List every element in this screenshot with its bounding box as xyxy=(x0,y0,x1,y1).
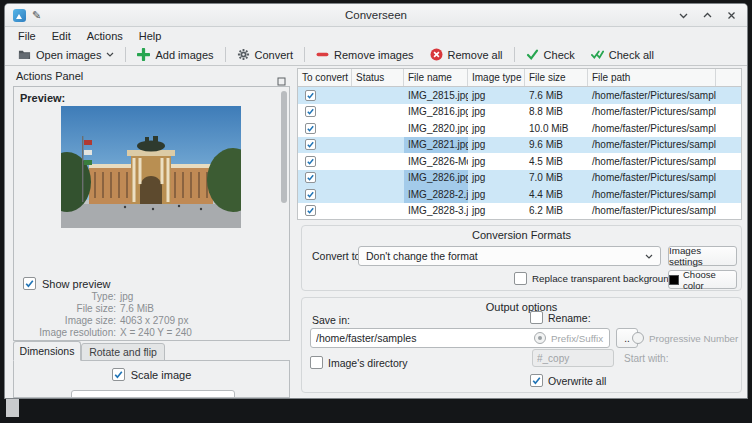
cell-status xyxy=(352,137,404,154)
cell-filler xyxy=(716,104,741,121)
cell-status xyxy=(352,104,404,121)
group-title: Output options xyxy=(302,301,741,313)
info-label: Image resolution: xyxy=(14,327,116,339)
start-with-label: Start with: xyxy=(624,353,668,364)
table-row[interactable]: IMG_2826-Mo...jpg4.5 MiB/home/faster/Pic… xyxy=(298,153,741,170)
row-checkbox[interactable] xyxy=(305,156,316,167)
dimensions-tab-panel: Scale image xyxy=(13,360,290,398)
menu-edit[interactable]: Edit xyxy=(44,29,79,43)
table-row[interactable]: IMG_2820.jpgjpg10.0 MiB/home/faster/Pict… xyxy=(298,120,741,137)
scale-image-checkbox[interactable]: Scale image xyxy=(14,368,289,381)
plus-icon xyxy=(137,48,150,61)
close-icon[interactable] xyxy=(726,10,737,21)
col-filler xyxy=(716,69,741,86)
table-row[interactable]: IMG_2821.jpgjpg9.6 MiB/home/faster/Pictu… xyxy=(298,137,741,154)
check-button[interactable]: Check xyxy=(518,45,583,65)
table-row[interactable]: IMG_2816.jpgjpg8.8 MiB/home/faster/Pictu… xyxy=(298,104,741,121)
cell-file-name: IMG_2821.jpg xyxy=(404,137,468,154)
cell-filler xyxy=(716,137,741,154)
info-value: X = 240 Y = 240 xyxy=(120,327,192,339)
table-row[interactable]: IMG_2828-2.jpgjpg4.4 MiB/home/faster/Pic… xyxy=(298,186,741,203)
image-info: Type:jpgFile size:7.6 MiBImage size:4063… xyxy=(14,291,281,339)
row-checkbox[interactable] xyxy=(305,139,316,150)
table-row[interactable]: IMG_2815.jpgjpg7.6 MiB/home/faster/Pictu… xyxy=(298,87,741,104)
row-checkbox[interactable] xyxy=(305,106,316,117)
tab-rotate-flip[interactable]: Rotate and flip xyxy=(81,343,165,361)
images-directory-checkbox[interactable]: Image's directory xyxy=(310,356,408,369)
show-preview-checkbox[interactable]: Show preview xyxy=(23,277,110,290)
app-icon xyxy=(13,9,26,22)
preview-image xyxy=(61,106,241,228)
menu-actions[interactable]: Actions xyxy=(79,29,131,43)
checkbox-checked xyxy=(23,277,36,290)
preview-label: Preview: xyxy=(20,92,65,104)
col-file-path[interactable]: File path xyxy=(588,69,716,86)
progressive-number-radio[interactable]: Progressive Number xyxy=(632,332,738,344)
save-in-label: Save in: xyxy=(312,314,350,326)
cell-file-size: 8.8 MiB xyxy=(525,104,588,121)
row-checkbox[interactable] xyxy=(305,123,316,134)
titlebar[interactable]: ✎ Converseen xyxy=(5,4,747,27)
cell-to-convert xyxy=(298,153,352,170)
remove-all-button[interactable]: Remove all xyxy=(422,45,511,65)
minimize-icon[interactable] xyxy=(678,10,689,21)
menu-help[interactable]: Help xyxy=(131,29,170,43)
info-row: Image size:4063 x 2709 px xyxy=(14,315,281,327)
toolbar: Open images Add images Convert Remove im… xyxy=(5,44,747,66)
col-file-size[interactable]: File size xyxy=(525,69,588,86)
menu-file[interactable]: File xyxy=(10,29,44,43)
cell-filler xyxy=(716,170,741,187)
col-file-name[interactable]: File name xyxy=(404,69,468,86)
table-header: To convert Status File name Image type F… xyxy=(298,69,741,87)
row-checkbox[interactable] xyxy=(305,205,316,216)
panel-scrollbar[interactable] xyxy=(281,91,287,203)
pin-icon[interactable]: ✎ xyxy=(32,10,41,21)
format-select[interactable]: Don't change the format xyxy=(358,246,661,266)
clipped-widget[interactable] xyxy=(71,390,235,398)
double-check-icon xyxy=(591,48,604,61)
cell-image-type: jpg xyxy=(468,203,525,220)
row-checkbox[interactable] xyxy=(305,189,316,200)
checkbox-unchecked xyxy=(310,356,323,369)
table-row[interactable]: IMG_2826.jpgjpg7.0 MiB/home/faster/Pictu… xyxy=(298,170,741,187)
group-title: Conversion Formats xyxy=(302,229,741,241)
replace-background-checkbox[interactable]: Replace transparent background xyxy=(514,272,674,285)
cell-file-name: IMG_2826.jpg xyxy=(404,170,468,187)
prefix-suffix-radio[interactable]: Prefix/Suffix xyxy=(534,332,603,344)
overwrite-all-checkbox[interactable]: Overwrite all xyxy=(530,374,606,387)
remove-images-button[interactable]: Remove images xyxy=(308,45,421,65)
table-row[interactable]: IMG_2828-3.jpgjpg6.2 MiB/home/faster/Pic… xyxy=(298,203,741,220)
col-to-convert[interactable]: To convert xyxy=(298,69,352,86)
cell-file-size: 9.6 MiB xyxy=(525,137,588,154)
toolbar-separator xyxy=(304,47,305,62)
info-value: jpg xyxy=(120,291,133,303)
cell-image-type: jpg xyxy=(468,170,525,187)
rename-pattern-input[interactable] xyxy=(532,349,614,367)
cell-file-path: /home/faster/Pictures/samples xyxy=(588,87,716,104)
folder-open-icon xyxy=(18,48,31,61)
add-images-button[interactable]: Add images xyxy=(129,45,221,65)
tab-dimensions[interactable]: Dimensions xyxy=(13,341,81,361)
choose-color-button[interactable]: Choose color xyxy=(668,270,737,289)
toolbar-separator xyxy=(514,47,515,62)
checkbox-checked xyxy=(112,368,125,381)
col-image-type[interactable]: Image type xyxy=(468,69,525,86)
row-checkbox[interactable] xyxy=(305,90,316,101)
cell-image-type: jpg xyxy=(468,186,525,203)
convert-button[interactable]: Convert xyxy=(229,45,302,65)
toolbar-separator xyxy=(225,47,226,62)
col-status[interactable]: Status xyxy=(352,69,404,86)
rename-checkbox[interactable]: Rename: xyxy=(530,311,591,324)
dock-float-icon[interactable] xyxy=(277,72,286,81)
info-value: 7.6 MiB xyxy=(120,303,154,315)
check-all-button[interactable]: Check all xyxy=(583,45,662,65)
cell-status xyxy=(352,170,404,187)
maximize-icon[interactable] xyxy=(702,10,713,21)
radio-selected-disabled xyxy=(534,332,546,344)
row-checkbox[interactable] xyxy=(305,172,316,183)
background-window-fragment xyxy=(6,399,19,417)
info-label: File size: xyxy=(14,303,116,315)
images-settings-button[interactable]: Images settings xyxy=(668,246,737,266)
cell-file-size: 10.0 MiB xyxy=(525,120,588,137)
open-images-button[interactable]: Open images xyxy=(10,45,122,65)
